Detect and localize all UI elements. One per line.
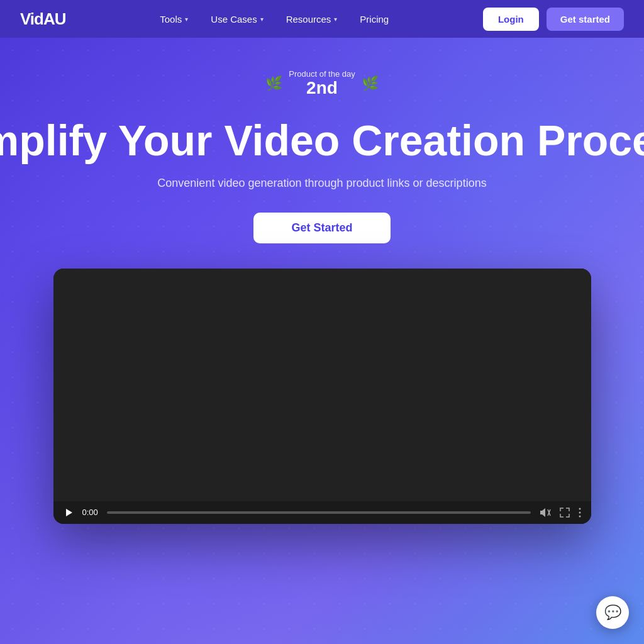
video-player: 0:00 <box>53 269 591 524</box>
resources-menu[interactable]: Resources ▾ <box>277 9 347 30</box>
nav-actions: Login Get started <box>483 8 624 31</box>
badge-number: 2nd <box>289 79 355 98</box>
resources-label: Resources <box>286 14 331 25</box>
play-button[interactable] <box>64 508 74 518</box>
laurel-right-icon: 🌿 <box>362 75 379 92</box>
resources-chevron-icon: ▾ <box>334 16 337 23</box>
svg-point-4 <box>579 511 580 513</box>
tools-menu[interactable]: Tools ▾ <box>151 9 197 30</box>
time-display: 0:00 <box>82 508 98 517</box>
svg-point-3 <box>579 508 580 509</box>
mute-button[interactable] <box>540 508 551 517</box>
hero-get-started-button[interactable]: Get Started <box>253 213 390 243</box>
hero-subtitle: Convenient video generation through prod… <box>157 177 486 190</box>
video-screen <box>53 269 591 501</box>
use-cases-label: Use Cases <box>211 14 257 25</box>
hero-section: 🌿 Product of the day 2nd 🌿 Simplify Your… <box>0 38 644 644</box>
video-controls: 0:00 <box>53 501 591 524</box>
nav-get-started-button[interactable]: Get started <box>547 8 624 31</box>
chat-bubble[interactable]: 💬 <box>596 596 629 629</box>
fullscreen-button[interactable] <box>560 508 570 518</box>
login-button[interactable]: Login <box>483 8 539 31</box>
svg-marker-0 <box>66 509 72 516</box>
logo[interactable]: VidAU <box>20 9 66 29</box>
pricing-label: Pricing <box>360 14 389 25</box>
progress-bar[interactable] <box>107 511 531 514</box>
hero-title: Simplify Your Video Creation Process <box>0 117 644 164</box>
product-badge: 🌿 Product of the day 2nd 🌿 <box>265 69 379 98</box>
laurel-left-icon: 🌿 <box>265 75 282 92</box>
more-options-button[interactable] <box>579 508 581 518</box>
use-cases-menu[interactable]: Use Cases ▾ <box>202 9 272 30</box>
use-cases-chevron-icon: ▾ <box>260 16 264 23</box>
tools-chevron-icon: ▾ <box>185 16 188 23</box>
navigation: VidAU Tools ▾ Use Cases ▾ Resources ▾ Pr… <box>0 0 644 38</box>
svg-point-5 <box>579 515 580 517</box>
tools-label: Tools <box>160 14 182 25</box>
pricing-link[interactable]: Pricing <box>351 9 397 30</box>
chat-icon: 💬 <box>604 604 621 621</box>
badge-label: Product of the day <box>289 69 355 79</box>
